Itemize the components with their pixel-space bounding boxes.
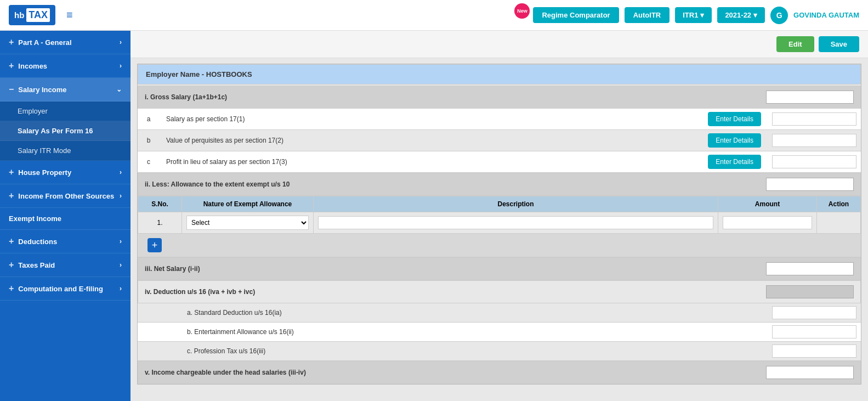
sidebar-item-computation-efiling[interactable]: + Computation and E-filing › bbox=[0, 277, 131, 301]
sidebar-item-label: Computation and E-filing bbox=[18, 285, 103, 293]
enter-details-cell-a: Enter Details bbox=[701, 109, 768, 129]
description-input[interactable] bbox=[318, 216, 713, 229]
input-cell-c bbox=[768, 153, 861, 171]
regime-comparator-button[interactable]: Regime Comparator bbox=[533, 7, 619, 23]
plus-icon: + bbox=[9, 61, 14, 71]
new-badge: New bbox=[514, 3, 530, 19]
save-button[interactable]: Save bbox=[819, 36, 859, 52]
net-salary-input[interactable] bbox=[766, 262, 854, 275]
entertainment-allowance-input-cell bbox=[768, 323, 861, 341]
row-label-salary-17-2: Value of perquisites as per section 17(2… bbox=[160, 132, 701, 149]
plus-icon: + bbox=[9, 284, 14, 293]
row-salary-17-2: b Value of perquisites as per section 17… bbox=[138, 130, 861, 151]
row-letter-ia bbox=[138, 308, 160, 317]
less-allowance-row: ii. Less: Allowance to the extent exempt… bbox=[138, 173, 861, 196]
amount-input[interactable] bbox=[723, 216, 812, 229]
nature-of-exempt-select[interactable]: Select bbox=[186, 216, 309, 230]
sidebar-item-label: Income From Other Sources bbox=[18, 192, 114, 200]
year-dropdown[interactable]: 2021-22 ▾ bbox=[717, 7, 765, 23]
main-container: Employer Name - HOSTBOOKS i. Gross Salar… bbox=[137, 64, 861, 385]
deduction-u16-row: iv. Deduction u/s 16 (iva + ivb + ivc) bbox=[138, 280, 861, 303]
row-letter-a: a bbox=[138, 111, 160, 127]
auto-itr-button[interactable]: AutoITR bbox=[625, 7, 670, 23]
col-header-action: Action bbox=[817, 196, 861, 212]
hamburger-icon[interactable]: ≡ bbox=[66, 9, 73, 21]
sidebar-item-exempt-income[interactable]: Exempt Income bbox=[0, 208, 131, 230]
chevron-right-icon: › bbox=[120, 192, 122, 200]
logo-hb: hb bbox=[14, 10, 24, 20]
net-salary-row: iii. Net Salary (i-ii) bbox=[138, 257, 861, 280]
sidebar-sub-item-salary-itr-mode[interactable]: Salary ITR Mode bbox=[0, 141, 131, 161]
row-label-salary-17-3: Profit in lieu of salary as per section … bbox=[160, 154, 701, 170]
sidebar-item-house-property[interactable]: + House Property › bbox=[0, 161, 131, 184]
edit-button[interactable]: Edit bbox=[776, 36, 814, 52]
salary-17-1-input[interactable] bbox=[772, 112, 856, 126]
sidebar-item-deductions[interactable]: + Deductions › bbox=[0, 230, 131, 253]
minus-icon: − bbox=[9, 84, 14, 94]
sidebar-item-label: Exempt Income bbox=[9, 214, 61, 223]
exempt-row-1-nature: Select bbox=[182, 212, 314, 234]
sidebar-item-salary-income[interactable]: − Salary Income ⌄ bbox=[0, 78, 131, 101]
entertainment-allowance-label: b. Entertainment Allowance u/s 16(ii) bbox=[160, 324, 768, 340]
less-allowance-label: ii. Less: Allowance to the extent exempt… bbox=[145, 180, 290, 188]
income-chargeable-label: v. Income chargeable under the head sala… bbox=[145, 369, 306, 376]
row-letter-b: b bbox=[138, 132, 160, 149]
chevron-right-icon: › bbox=[120, 168, 122, 176]
enter-details-button-c[interactable]: Enter Details bbox=[708, 155, 761, 169]
standard-deduction-input[interactable] bbox=[772, 306, 856, 319]
col-header-description: Description bbox=[314, 196, 718, 212]
enter-details-cell-c: Enter Details bbox=[701, 151, 768, 172]
salary-17-3-input[interactable] bbox=[772, 155, 856, 168]
income-chargeable-input[interactable] bbox=[766, 366, 854, 379]
sidebar-item-income-other-sources[interactable]: + Income From Other Sources › bbox=[0, 184, 131, 208]
entertainment-allowance-input[interactable] bbox=[772, 325, 856, 338]
sidebar-item-taxes-paid[interactable]: + Taxes Paid › bbox=[0, 253, 131, 277]
profession-tax-input-cell bbox=[768, 342, 861, 360]
sidebar-item-incomes[interactable]: + Incomes › bbox=[0, 54, 131, 78]
plus-icon: + bbox=[9, 37, 14, 47]
profession-tax-input[interactable] bbox=[772, 344, 856, 358]
exempt-allowance-table: S.No. Nature of Exempt Allowance Descrip… bbox=[138, 196, 861, 234]
net-salary-label: iii. Net Salary (i-ii) bbox=[145, 265, 200, 273]
standard-deduction-input-cell bbox=[768, 303, 861, 322]
plus-icon: + bbox=[9, 191, 14, 201]
sidebar-sub-item-employer[interactable]: Employer bbox=[0, 101, 131, 121]
logo-tax: TAX bbox=[26, 8, 50, 22]
chevron-right-icon: › bbox=[120, 238, 122, 245]
gross-salary-input[interactable] bbox=[766, 91, 854, 104]
col-header-amount: Amount bbox=[718, 196, 817, 212]
chevron-right-icon: › bbox=[120, 261, 122, 269]
income-chargeable-row: v. Income chargeable under the head sala… bbox=[138, 361, 861, 384]
new-badge-wrapper: New bbox=[512, 8, 527, 23]
less-allowance-input[interactable] bbox=[766, 178, 854, 191]
add-row-container: + bbox=[138, 234, 861, 257]
input-cell-a bbox=[768, 110, 861, 128]
row-letter-iii bbox=[138, 347, 160, 355]
add-row-button[interactable]: + bbox=[147, 238, 162, 252]
sidebar-item-label: Taxes Paid bbox=[18, 261, 55, 269]
chevron-down-icon: ▾ bbox=[753, 11, 757, 19]
user-name: GOVINDA GAUTAM bbox=[793, 11, 859, 19]
chevron-right-icon: › bbox=[120, 62, 122, 70]
deduction-u16-input[interactable] bbox=[766, 285, 854, 298]
plus-icon: + bbox=[9, 260, 14, 270]
logo: hb TAX bbox=[9, 5, 55, 25]
itr-version-dropdown[interactable]: ITR1 ▾ bbox=[675, 7, 712, 23]
enter-details-button-a[interactable]: Enter Details bbox=[708, 112, 761, 126]
row-salary-17-1: a Salary as per section 17(1) Enter Deta… bbox=[138, 109, 861, 130]
salary-17-2-input[interactable] bbox=[772, 134, 856, 147]
exempt-row-1-sno: 1. bbox=[138, 212, 182, 234]
chevron-right-icon: › bbox=[120, 285, 122, 292]
sidebar-item-label: Deductions bbox=[18, 238, 57, 246]
row-label-salary-17-1: Salary as per section 17(1) bbox=[160, 111, 701, 127]
chevron-down-icon: ⌄ bbox=[116, 86, 122, 93]
sidebar-item-part-a-general[interactable]: + Part A - General › bbox=[0, 31, 131, 54]
standard-deduction-label: a. Standard Deduction u/s 16(ia) bbox=[160, 304, 768, 321]
chevron-right-icon: › bbox=[120, 38, 122, 46]
sidebar-sub-item-salary-form16[interactable]: Salary As Per Form 16 bbox=[0, 121, 131, 141]
row-profession-tax: c. Profession Tax u/s 16(iii) bbox=[138, 342, 861, 361]
gross-salary-label: i. Gross Salary (1a+1b+1c) bbox=[145, 93, 227, 101]
enter-details-button-b[interactable]: Enter Details bbox=[708, 133, 761, 148]
exempt-row-1-description bbox=[314, 212, 718, 234]
exempt-row-1: 1. Select bbox=[138, 212, 861, 234]
